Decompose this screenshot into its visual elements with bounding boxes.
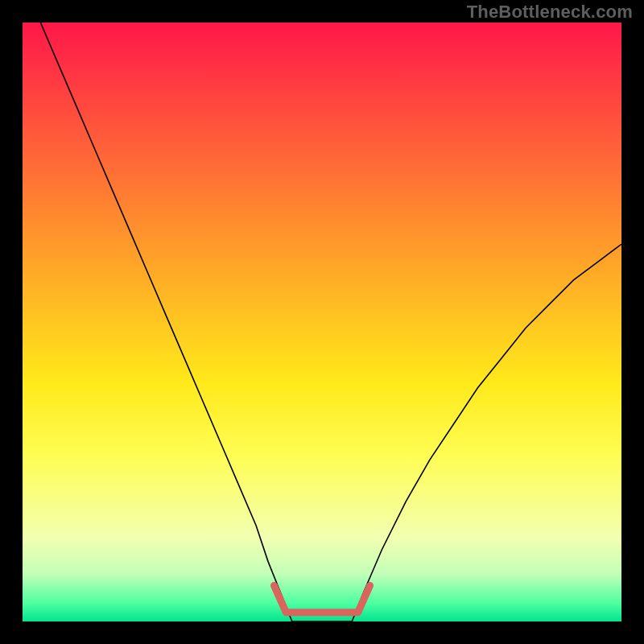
chart-svg (23, 23, 621, 621)
watermark-text: TheBottleneck.com (467, 2, 633, 23)
chart-container: TheBottleneck.com (0, 0, 644, 644)
plot-area (23, 23, 621, 621)
